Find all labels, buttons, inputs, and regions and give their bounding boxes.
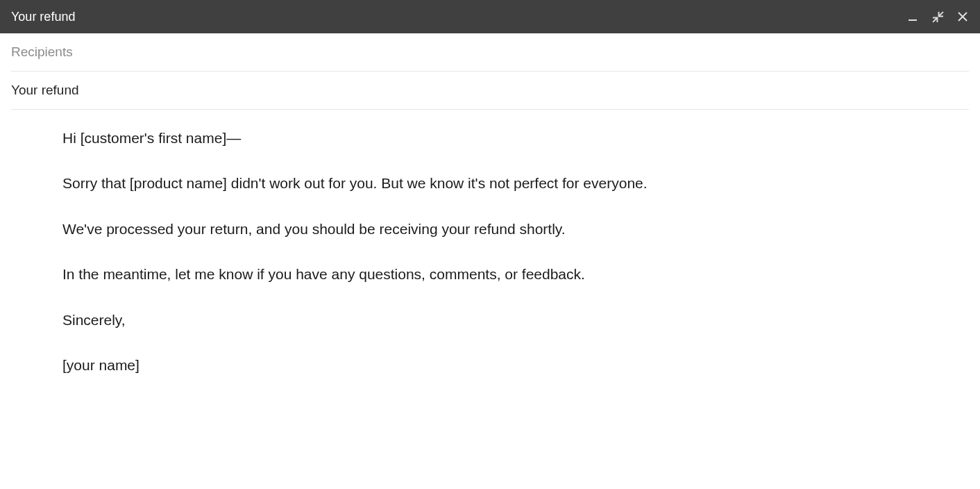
compose-fields	[0, 33, 980, 110]
email-body[interactable]: Hi [customer's first name]— Sorry that […	[0, 110, 980, 375]
body-paragraph: Sincerely,	[62, 310, 980, 330]
svg-rect-0	[909, 19, 917, 21]
recipients-input[interactable]	[11, 44, 969, 60]
body-paragraph: In the meantime, let me know if you have…	[62, 264, 980, 284]
body-paragraph: Sorry that [product name] didn't work ou…	[62, 173, 980, 193]
close-icon[interactable]	[956, 10, 969, 23]
subject-input[interactable]	[11, 83, 969, 98]
window-controls	[906, 10, 969, 23]
body-paragraph: Hi [customer's first name]—	[62, 128, 980, 148]
collapse-icon[interactable]	[931, 10, 944, 23]
subject-row	[11, 72, 969, 110]
body-paragraph: [your name]	[62, 355, 980, 375]
body-paragraph: We've processed your return, and you sho…	[62, 219, 980, 239]
recipients-row	[11, 33, 969, 72]
compose-header: Your refund	[0, 0, 980, 33]
minimize-icon[interactable]	[906, 10, 919, 23]
compose-title: Your refund	[11, 10, 75, 24]
